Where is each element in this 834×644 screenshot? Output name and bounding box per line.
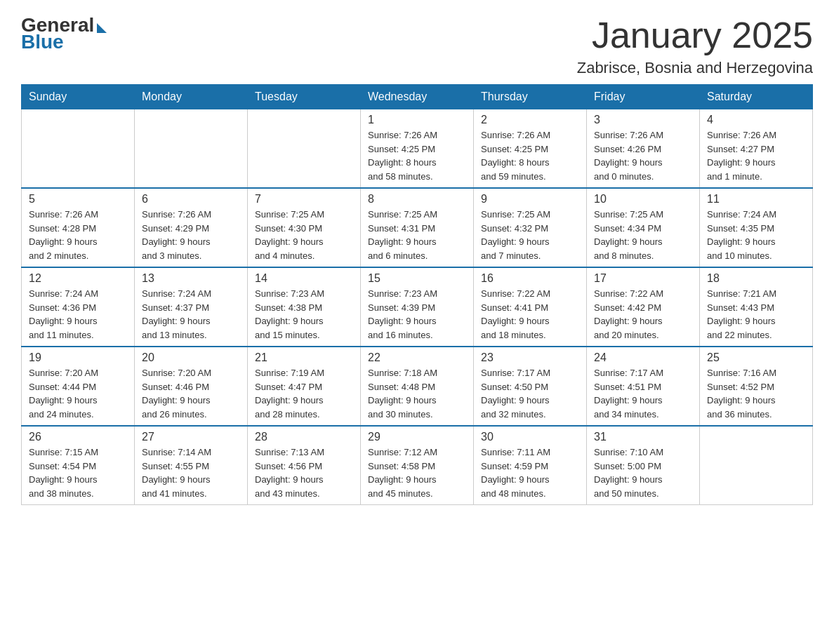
day-info: Sunrise: 7:18 AM Sunset: 4:48 PM Dayligh… (368, 366, 466, 421)
calendar-header-monday: Monday (135, 85, 248, 109)
day-number: 28 (255, 431, 353, 443)
calendar-cell: 27Sunrise: 7:14 AM Sunset: 4:55 PM Dayli… (135, 426, 248, 505)
calendar-cell: 3Sunrise: 7:26 AM Sunset: 4:26 PM Daylig… (587, 109, 700, 189)
page-header: General Blue January 2025 Zabrisce, Bosn… (21, 14, 813, 77)
day-number: 3 (594, 114, 692, 126)
day-number: 11 (707, 193, 805, 206)
day-number: 15 (368, 272, 466, 285)
day-info: Sunrise: 7:17 AM Sunset: 4:50 PM Dayligh… (481, 366, 579, 421)
calendar-header-wednesday: Wednesday (361, 85, 474, 109)
calendar-cell: 5Sunrise: 7:26 AM Sunset: 4:28 PM Daylig… (22, 188, 135, 267)
day-info: Sunrise: 7:16 AM Sunset: 4:52 PM Dayligh… (707, 366, 805, 421)
day-info: Sunrise: 7:25 AM Sunset: 4:31 PM Dayligh… (368, 208, 466, 262)
calendar-cell: 15Sunrise: 7:23 AM Sunset: 4:39 PM Dayli… (361, 267, 474, 347)
calendar-cell: 17Sunrise: 7:22 AM Sunset: 4:42 PM Dayli… (587, 267, 700, 347)
calendar-cell: 26Sunrise: 7:15 AM Sunset: 4:54 PM Dayli… (22, 426, 135, 505)
day-info: Sunrise: 7:21 AM Sunset: 4:43 PM Dayligh… (707, 287, 805, 342)
calendar-cell: 29Sunrise: 7:12 AM Sunset: 4:58 PM Dayli… (361, 426, 474, 505)
day-number: 23 (481, 351, 579, 364)
calendar-cell: 13Sunrise: 7:24 AM Sunset: 4:37 PM Dayli… (135, 267, 248, 347)
day-number: 13 (142, 272, 240, 285)
calendar-cell: 1Sunrise: 7:26 AM Sunset: 4:25 PM Daylig… (361, 109, 474, 189)
day-number: 9 (481, 193, 579, 206)
day-number: 30 (481, 431, 579, 443)
calendar-cell: 16Sunrise: 7:22 AM Sunset: 4:41 PM Dayli… (474, 267, 587, 347)
day-info: Sunrise: 7:25 AM Sunset: 4:34 PM Dayligh… (594, 208, 692, 262)
day-info: Sunrise: 7:13 AM Sunset: 4:56 PM Dayligh… (255, 445, 353, 500)
day-info: Sunrise: 7:12 AM Sunset: 4:58 PM Dayligh… (368, 445, 466, 500)
calendar-week-row: 1Sunrise: 7:26 AM Sunset: 4:25 PM Daylig… (22, 109, 813, 189)
calendar-cell: 21Sunrise: 7:19 AM Sunset: 4:47 PM Dayli… (248, 347, 361, 426)
calendar-week-row: 12Sunrise: 7:24 AM Sunset: 4:36 PM Dayli… (22, 267, 813, 347)
day-info: Sunrise: 7:26 AM Sunset: 4:25 PM Dayligh… (481, 128, 579, 183)
day-info: Sunrise: 7:23 AM Sunset: 4:39 PM Dayligh… (368, 287, 466, 342)
day-info: Sunrise: 7:26 AM Sunset: 4:25 PM Dayligh… (368, 128, 466, 183)
day-number: 14 (255, 272, 353, 285)
calendar-header-row: SundayMondayTuesdayWednesdayThursdayFrid… (22, 85, 813, 109)
title-section: January 2025 Zabrisce, Bosnia and Herzeg… (577, 14, 813, 77)
calendar-cell: 25Sunrise: 7:16 AM Sunset: 4:52 PM Dayli… (700, 347, 813, 426)
day-info: Sunrise: 7:15 AM Sunset: 4:54 PM Dayligh… (29, 445, 127, 500)
day-number: 31 (594, 431, 692, 443)
day-number: 24 (594, 351, 692, 364)
day-info: Sunrise: 7:17 AM Sunset: 4:51 PM Dayligh… (594, 366, 692, 421)
day-number: 18 (707, 272, 805, 285)
calendar-cell: 11Sunrise: 7:24 AM Sunset: 4:35 PM Dayli… (700, 188, 813, 267)
day-number: 21 (255, 351, 353, 364)
calendar-cell: 22Sunrise: 7:18 AM Sunset: 4:48 PM Dayli… (361, 347, 474, 426)
day-info: Sunrise: 7:26 AM Sunset: 4:27 PM Dayligh… (707, 128, 805, 183)
day-info: Sunrise: 7:11 AM Sunset: 4:59 PM Dayligh… (481, 445, 579, 500)
day-number: 8 (368, 193, 466, 206)
day-number: 7 (255, 193, 353, 206)
calendar-cell (700, 426, 813, 505)
calendar-cell: 2Sunrise: 7:26 AM Sunset: 4:25 PM Daylig… (474, 109, 587, 189)
day-info: Sunrise: 7:24 AM Sunset: 4:36 PM Dayligh… (29, 287, 127, 342)
calendar-cell: 8Sunrise: 7:25 AM Sunset: 4:31 PM Daylig… (361, 188, 474, 267)
calendar-week-row: 5Sunrise: 7:26 AM Sunset: 4:28 PM Daylig… (22, 188, 813, 267)
day-number: 27 (142, 431, 240, 443)
day-info: Sunrise: 7:20 AM Sunset: 4:46 PM Dayligh… (142, 366, 240, 421)
calendar-header-tuesday: Tuesday (248, 85, 361, 109)
calendar-table: SundayMondayTuesdayWednesdayThursdayFrid… (21, 84, 813, 505)
calendar-cell: 31Sunrise: 7:10 AM Sunset: 5:00 PM Dayli… (587, 426, 700, 505)
day-number: 17 (594, 272, 692, 285)
day-number: 19 (29, 351, 127, 364)
logo: General Blue (21, 14, 107, 53)
day-info: Sunrise: 7:22 AM Sunset: 4:41 PM Dayligh… (481, 287, 579, 342)
day-number: 2 (481, 114, 579, 126)
day-number: 26 (29, 431, 127, 443)
calendar-cell (22, 109, 135, 189)
day-number: 25 (707, 351, 805, 364)
day-info: Sunrise: 7:24 AM Sunset: 4:37 PM Dayligh… (142, 287, 240, 342)
calendar-cell: 4Sunrise: 7:26 AM Sunset: 4:27 PM Daylig… (700, 109, 813, 189)
day-number: 10 (594, 193, 692, 206)
calendar-cell: 24Sunrise: 7:17 AM Sunset: 4:51 PM Dayli… (587, 347, 700, 426)
calendar-week-row: 26Sunrise: 7:15 AM Sunset: 4:54 PM Dayli… (22, 426, 813, 505)
day-info: Sunrise: 7:23 AM Sunset: 4:38 PM Dayligh… (255, 287, 353, 342)
calendar-header-sunday: Sunday (22, 85, 135, 109)
day-number: 5 (29, 193, 127, 206)
day-info: Sunrise: 7:19 AM Sunset: 4:47 PM Dayligh… (255, 366, 353, 421)
calendar-cell: 9Sunrise: 7:25 AM Sunset: 4:32 PM Daylig… (474, 188, 587, 267)
calendar-header-saturday: Saturday (700, 85, 813, 109)
day-info: Sunrise: 7:14 AM Sunset: 4:55 PM Dayligh… (142, 445, 240, 500)
calendar-week-row: 19Sunrise: 7:20 AM Sunset: 4:44 PM Dayli… (22, 347, 813, 426)
day-number: 4 (707, 114, 805, 126)
calendar-cell (135, 109, 248, 189)
calendar-cell: 23Sunrise: 7:17 AM Sunset: 4:50 PM Dayli… (474, 347, 587, 426)
calendar-cell: 19Sunrise: 7:20 AM Sunset: 4:44 PM Dayli… (22, 347, 135, 426)
day-info: Sunrise: 7:22 AM Sunset: 4:42 PM Dayligh… (594, 287, 692, 342)
calendar-cell: 28Sunrise: 7:13 AM Sunset: 4:56 PM Dayli… (248, 426, 361, 505)
calendar-body: 1Sunrise: 7:26 AM Sunset: 4:25 PM Daylig… (22, 109, 813, 505)
calendar-header-thursday: Thursday (474, 85, 587, 109)
day-info: Sunrise: 7:24 AM Sunset: 4:35 PM Dayligh… (707, 208, 805, 262)
day-info: Sunrise: 7:26 AM Sunset: 4:29 PM Dayligh… (142, 208, 240, 262)
calendar-header-friday: Friday (587, 85, 700, 109)
day-number: 22 (368, 351, 466, 364)
logo-arrow-icon (97, 23, 107, 33)
location-title: Zabrisce, Bosnia and Herzegovina (577, 59, 813, 77)
day-number: 12 (29, 272, 127, 285)
day-number: 1 (368, 114, 466, 126)
calendar-cell: 10Sunrise: 7:25 AM Sunset: 4:34 PM Dayli… (587, 188, 700, 267)
calendar-cell: 18Sunrise: 7:21 AM Sunset: 4:43 PM Dayli… (700, 267, 813, 347)
